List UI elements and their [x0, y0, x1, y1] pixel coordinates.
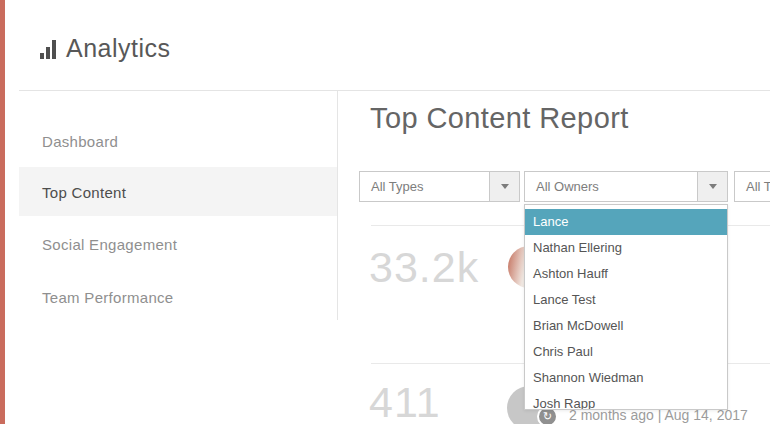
owner-option[interactable]: Chris Paul	[525, 339, 727, 365]
owner-option[interactable]: Ashton Hauff	[525, 261, 727, 287]
sidebar-item-dashboard[interactable]: Dashboard	[42, 133, 118, 150]
sidebar-item-social-engagement[interactable]: Social Engagement	[42, 236, 177, 253]
accent-strip	[0, 0, 5, 424]
owner-option[interactable]: Brian McDowell	[525, 313, 727, 339]
sidebar-border	[337, 91, 338, 320]
type-filter-select[interactable]: All Types	[359, 171, 520, 202]
bar-chart-icon	[40, 41, 56, 61]
page-title: Top Content Report	[370, 102, 629, 135]
chevron-down-icon	[697, 172, 727, 201]
sidebar-item-top-content[interactable]: Top Content	[42, 184, 126, 201]
time-filter-select[interactable]: All Time	[734, 171, 770, 202]
owner-option[interactable]: Nathan Ellering	[525, 235, 727, 261]
sidebar-item-team-performance[interactable]: Team Performance	[42, 289, 174, 306]
owner-option[interactable]: Josh Rapp	[525, 391, 727, 410]
owner-option[interactable]: Lance	[525, 209, 727, 235]
row-metric: 411	[369, 378, 441, 424]
app-title: Analytics	[66, 36, 171, 61]
app-logo: Analytics	[40, 36, 171, 61]
owner-dropdown-list: Lance Nathan Ellering Ashton Hauff Lance…	[524, 204, 728, 410]
time-filter-value: All Time	[735, 172, 770, 201]
chevron-down-icon	[489, 172, 519, 201]
header-divider	[19, 90, 770, 91]
owner-filter-select[interactable]: All Owners	[524, 171, 728, 202]
owner-option[interactable]: Shannon Wiedman	[525, 365, 727, 391]
row-metric: 33.2k	[369, 243, 479, 292]
owner-option[interactable]: Lance Test	[525, 287, 727, 313]
